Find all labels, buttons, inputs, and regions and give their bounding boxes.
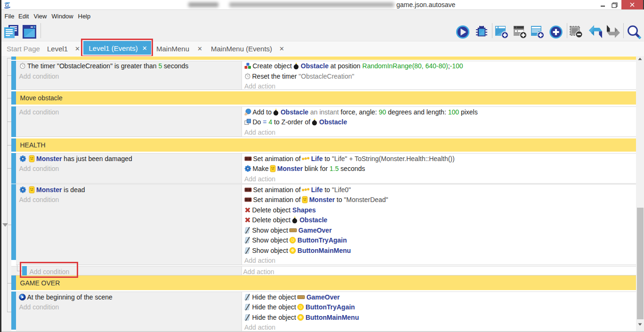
svg-text:G: G — [5, 2, 9, 8]
